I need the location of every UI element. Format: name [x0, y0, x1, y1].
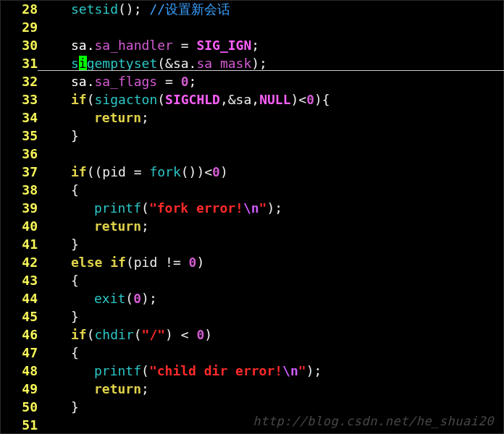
code-line[interactable]: 32sa.sa_flags = 0; [0, 72, 504, 90]
code-content[interactable] [48, 18, 504, 36]
code-line[interactable]: 42else if(pid != 0) [0, 253, 504, 271]
code-token: 0 [306, 92, 314, 107]
code-line[interactable]: 48printf("child dir error!\n"); [0, 362, 504, 380]
code-line[interactable]: 29 [0, 18, 504, 36]
code-token: if [71, 92, 87, 107]
code-content[interactable]: if(sigacton(SIGCHLD,&sa,NULL)<0){ [48, 90, 504, 109]
code-token: sigacton [95, 92, 158, 107]
code-token: if [71, 327, 87, 342]
code-editor[interactable]: 28setsid(); //设置新会话2930sa.sa_handler = S… [0, 0, 504, 434]
line-number: 46 [0, 326, 48, 344]
code-token: "child dir error! [149, 363, 282, 378]
code-line[interactable]: 43{ [0, 271, 504, 289]
code-token: = [173, 38, 197, 53]
code-content[interactable]: if((pid = fork())<0) [48, 163, 504, 181]
code-line[interactable]: 34return; [0, 109, 504, 127]
line-number: 37 [0, 163, 48, 181]
code-token: ); [306, 363, 322, 378]
code-token: 0 [181, 74, 189, 89]
code-token: ( [141, 200, 149, 216]
code-content[interactable]: } [48, 127, 504, 145]
code-token: \n [243, 200, 259, 216]
code-line[interactable]: 40return; [0, 217, 504, 235]
code-content[interactable]: exit(0); [48, 289, 504, 307]
code-line[interactable]: 46if(chdir("/") < 0) [0, 326, 504, 344]
line-number: 29 [0, 18, 48, 36]
code-content[interactable]: } [48, 307, 504, 326]
code-token: { [71, 182, 79, 197]
code-token: SIG_IGN [196, 38, 251, 53]
code-token: chdir [95, 327, 134, 342]
code-content[interactable]: sa.sa_flags = 0; [48, 72, 504, 90]
code-token: if [71, 164, 87, 179]
code-line[interactable]: 41} [0, 235, 504, 253]
line-number: 28 [0, 0, 48, 18]
code-content[interactable]: printf("fork error!\n"); [48, 199, 504, 217]
code-token: ())< [181, 164, 212, 179]
code-line[interactable]: 30sa.sa_handler = SIG_IGN; [0, 36, 504, 54]
code-token: \n [282, 363, 298, 378]
code-line[interactable]: 44exit(0); [0, 289, 504, 307]
code-token: ( [87, 92, 95, 107]
code-content[interactable]: } [48, 235, 504, 253]
code-token: ; [189, 74, 197, 89]
code-line[interactable]: 33if(sigacton(SIGCHLD,&sa,NULL)<0){ [0, 90, 504, 109]
line-number: 50 [0, 398, 48, 416]
code-token: } [71, 128, 79, 143]
code-content[interactable]: if(chdir("/") < 0) [48, 326, 504, 344]
code-token: = [157, 74, 181, 89]
code-content[interactable] [48, 145, 504, 163]
code-content[interactable]: return; [48, 380, 504, 398]
cursor-line-underline [38, 70, 504, 71]
code-content[interactable]: return; [48, 109, 504, 127]
code-token: printf [94, 200, 141, 216]
line-number: 49 [0, 380, 48, 398]
code-token: ; [141, 110, 149, 125]
code-token: } [71, 399, 79, 414]
line-number: 42 [0, 253, 48, 271]
code-line[interactable]: 39printf("fork error!\n"); [0, 199, 504, 217]
line-number: 35 [0, 127, 48, 145]
line-number: 36 [0, 145, 48, 163]
code-token: return [94, 110, 141, 125]
code-line[interactable]: 28setsid(); //设置新会话 [0, 0, 504, 18]
code-token: " [259, 200, 267, 216]
code-token: printf [94, 363, 141, 378]
code-line[interactable]: 45} [0, 307, 504, 326]
code-content[interactable]: sa.sa_handler = SIG_IGN; [48, 36, 504, 54]
code-content[interactable] [48, 416, 504, 434]
code-content[interactable]: } [48, 398, 504, 416]
code-line[interactable]: 50} [0, 398, 504, 416]
code-token: ; [141, 381, 149, 396]
code-token: ; [251, 38, 259, 53]
code-token: ); [251, 56, 267, 71]
code-line[interactable]: 36 [0, 145, 504, 163]
code-token: ( [141, 363, 149, 378]
code-content[interactable]: return; [48, 217, 504, 235]
code-token: ( [87, 327, 95, 342]
code-line[interactable]: 49return; [0, 380, 504, 398]
code-token: SIGCHLD [165, 92, 220, 107]
code-token: fork [149, 164, 180, 179]
code-token: " [298, 363, 306, 378]
code-line[interactable]: 35} [0, 127, 504, 145]
line-number: 30 [0, 36, 48, 54]
code-content[interactable]: { [48, 271, 504, 289]
code-token [102, 255, 110, 270]
code-token: ) [220, 164, 228, 179]
code-token: )< [290, 92, 306, 107]
code-line[interactable]: 51 [0, 416, 504, 434]
code-content[interactable]: printf("child dir error!\n"); [48, 362, 504, 380]
code-line[interactable]: 47{ [0, 344, 504, 362]
code-line[interactable]: 37if((pid = fork())<0) [0, 163, 504, 181]
code-line[interactable]: 38{ [0, 181, 504, 199]
code-token: return [94, 218, 141, 234]
code-content[interactable]: setsid(); //设置新会话 [48, 0, 504, 18]
code-token: ; [141, 218, 149, 234]
code-content[interactable]: { [48, 344, 504, 362]
code-token: (&sa. [157, 56, 196, 71]
code-token: ) < [165, 327, 196, 342]
code-content[interactable]: { [48, 181, 504, 199]
code-token: ((pid = [87, 164, 150, 179]
code-content[interactable]: else if(pid != 0) [48, 253, 504, 271]
